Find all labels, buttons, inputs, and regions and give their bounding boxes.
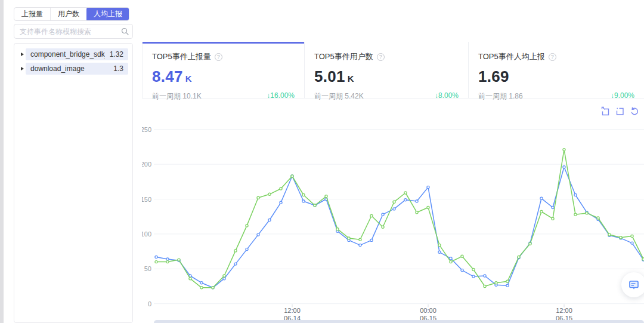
event-list: component_bridge_sdk_mo⋯ 1.32 download_i… xyxy=(14,43,133,323)
expand-arrow-icon[interactable] xyxy=(18,67,26,70)
event-pill[interactable]: component_bridge_sdk_mo⋯ 1.32 xyxy=(26,48,128,60)
event-search-box xyxy=(14,24,133,39)
feedback-button[interactable] xyxy=(621,272,644,297)
event-name: component_bridge_sdk_mo⋯ xyxy=(30,50,105,59)
tab-report-volume[interactable]: 上报量 xyxy=(14,8,51,20)
event-name: download_image xyxy=(30,64,109,73)
tab-per-capita-report[interactable]: 人均上报 xyxy=(86,7,129,21)
svg-text:00:00: 00:00 xyxy=(420,307,436,314)
expand-arrow-icon[interactable] xyxy=(18,53,26,56)
event-value: 1.3 xyxy=(113,64,123,73)
tab-user-count[interactable]: 用户数 xyxy=(51,8,87,20)
svg-text:12:00: 12:00 xyxy=(556,307,572,314)
svg-text:12:00: 12:00 xyxy=(284,307,301,314)
svg-text:250: 250 xyxy=(142,126,151,133)
chart-canvas[interactable]: 05010015020025012:0006-1400:0006-1512:00… xyxy=(142,0,644,323)
list-item[interactable]: component_bridge_sdk_mo⋯ 1.32 xyxy=(18,48,128,60)
search-input[interactable] xyxy=(14,27,119,36)
svg-text:100: 100 xyxy=(142,230,151,238)
left-edge-strip xyxy=(0,0,4,323)
svg-text:0: 0 xyxy=(148,300,151,307)
event-value: 1.32 xyxy=(110,50,123,59)
search-icon[interactable] xyxy=(119,27,131,35)
event-pill[interactable]: download_image 1.3 xyxy=(26,63,128,75)
svg-text:50: 50 xyxy=(144,265,151,272)
chart-scrollbar[interactable] xyxy=(154,320,644,323)
svg-text:200: 200 xyxy=(142,161,151,168)
svg-text:150: 150 xyxy=(142,196,151,203)
metric-tab-group: 上报量 用户数 人均上报 xyxy=(14,7,129,21)
feedback-chat-icon xyxy=(628,279,640,291)
list-item[interactable]: download_image 1.3 xyxy=(18,63,128,75)
